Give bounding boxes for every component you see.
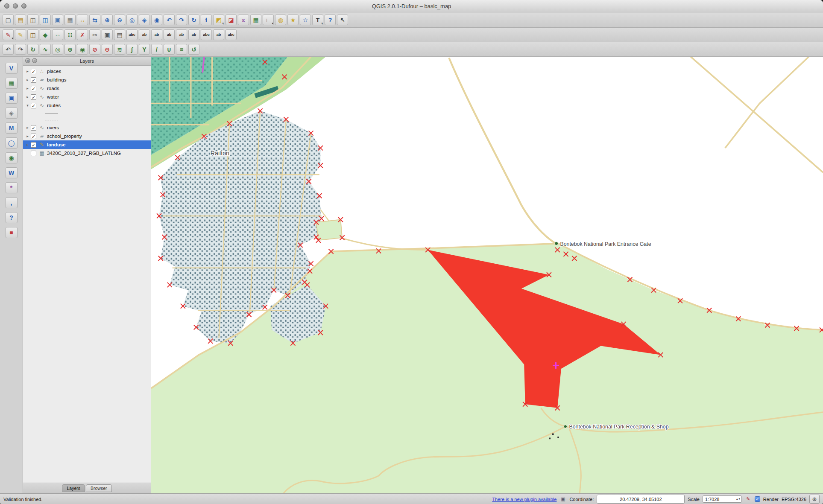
save-project-as-button[interactable]: ◫	[40, 15, 51, 25]
split-features-button[interactable]: /	[151, 44, 162, 55]
field-calculator-button[interactable]: ε	[238, 15, 249, 25]
expander-icon[interactable]: ▾	[25, 103, 30, 108]
offset-curve-button[interactable]: ≋	[114, 44, 125, 55]
plugin-icon[interactable]: ▣	[559, 496, 566, 503]
current-edits-button[interactable]: ✎▾	[3, 29, 14, 40]
layer-visibility-checkbox[interactable]: ✓	[31, 86, 36, 91]
dropdown-caret-icon[interactable]: ▾	[321, 22, 323, 25]
expander-icon[interactable]: ▸	[25, 78, 30, 82]
open-attribute-table-button[interactable]: ▦	[250, 15, 261, 25]
add-part-button[interactable]: ⊕	[64, 44, 76, 55]
close-window-button[interactable]	[4, 3, 9, 9]
expander-icon[interactable]: ▸	[25, 86, 30, 90]
add-wcs-layer-button[interactable]: ◉	[6, 152, 18, 163]
node-tool-button[interactable]: ∷	[64, 29, 76, 40]
rotate-point-symbols-button[interactable]: ↺	[188, 44, 199, 55]
add-spatialite-layer-button[interactable]: ◈	[6, 108, 18, 119]
fill-ring-button[interactable]: ◉	[77, 44, 88, 55]
delete-ring-button[interactable]: ⊘	[89, 44, 100, 55]
add-vector-layer-button[interactable]: V	[6, 63, 18, 74]
merge-features-button[interactable]: ∪	[164, 44, 175, 55]
layer-item-school_property[interactable]: ▸✓school_property	[23, 132, 151, 140]
add-mssql-layer-button[interactable]: M	[6, 122, 18, 134]
panel-float-icon[interactable]: ◦	[32, 58, 37, 63]
label-options-button[interactable]: abc	[226, 29, 237, 40]
expander-icon[interactable]: ▸	[25, 143, 30, 147]
zoom-out-button[interactable]: ⊖	[114, 15, 125, 25]
copy-features-button[interactable]: ▣	[102, 29, 113, 40]
scale-edit-icon[interactable]: ✎	[745, 496, 752, 503]
layer-visibility-checkbox[interactable]: ✓	[31, 125, 36, 131]
layer-visibility-checkbox[interactable]: ✓	[31, 103, 36, 108]
add-postgis-layer-button[interactable]: ▣	[6, 93, 18, 104]
add-ring-button[interactable]: ◎	[52, 44, 63, 55]
new-shapefile-layer-button[interactable]: *	[6, 182, 18, 193]
scale-stepper-icon[interactable]: ▲▼	[736, 498, 741, 500]
refresh-map-button[interactable]: ↻	[188, 15, 199, 25]
save-layer-edits-button[interactable]: ◫	[27, 29, 38, 40]
dropdown-caret-icon[interactable]: ▾	[12, 37, 13, 40]
whats-this-button[interactable]: ↖	[337, 15, 348, 25]
select-features-button[interactable]: ◩▾	[213, 15, 224, 25]
zoom-actual-button[interactable]: ◎	[126, 15, 138, 25]
dropdown-caret-icon[interactable]: ▾	[272, 22, 273, 25]
dropdown-caret-icon[interactable]: ▾	[222, 22, 224, 25]
redo-button[interactable]: ↷	[15, 44, 26, 55]
layer-visibility-checkbox[interactable]: ✓	[31, 69, 36, 74]
delete-selected-button[interactable]: ✗	[77, 29, 88, 40]
zoom-window-button[interactable]	[21, 3, 26, 9]
zoom-to-selection-button[interactable]: ◉	[151, 15, 162, 25]
toggle-editing-button[interactable]: ✎	[15, 29, 26, 40]
save-as-image-button[interactable]: ▣	[52, 15, 63, 25]
minimize-window-button[interactable]	[13, 3, 18, 9]
add-feature-button[interactable]: ◆	[40, 29, 51, 40]
expander-icon[interactable]: ▸	[25, 95, 30, 99]
pan-map-button[interactable]: ↔	[77, 15, 88, 25]
show-bookmarks-button[interactable]: ☆	[300, 15, 311, 25]
add-raster-layer-button[interactable]: ▦	[6, 78, 18, 89]
layer-item-places[interactable]: ▸✓places	[23, 67, 151, 76]
layer-visibility-checkbox[interactable]: ✓	[31, 77, 36, 83]
labeling-button[interactable]: abc	[126, 29, 138, 40]
label-properties-button[interactable]: abc	[201, 29, 212, 40]
rotate-feature-button[interactable]: ↻	[27, 44, 38, 55]
crs-status-button[interactable]: ⊕	[809, 495, 820, 504]
new-project-button[interactable]: ▢	[3, 15, 14, 25]
undo-button[interactable]: ↶	[3, 44, 14, 55]
cut-features-button[interactable]: ✂	[89, 29, 100, 40]
simplify-feature-button[interactable]: ∿	[40, 44, 51, 55]
label-show-hide-button[interactable]: ab	[176, 29, 187, 40]
layer-item-roads[interactable]: ▸✓roads	[23, 84, 151, 93]
tab-browser[interactable]: Browser	[86, 484, 112, 492]
save-project-button[interactable]: ◫	[27, 15, 38, 25]
delete-part-button[interactable]: ⊖	[102, 44, 113, 55]
layer-item-routes[interactable]: ▾✓routes	[23, 101, 151, 110]
add-wms-layer-button[interactable]: ◯	[6, 137, 18, 149]
layer-item-3420C_2010_327_RGB_LATLNG[interactable]: 3420C_2010_327_RGB_LATLNG	[23, 149, 151, 157]
symbology-item[interactable]	[23, 110, 151, 117]
expander-icon[interactable]: ▸	[25, 69, 30, 73]
zoom-last-button[interactable]: ↶	[164, 15, 175, 25]
render-checkbox[interactable]: ✓	[755, 496, 760, 502]
deselect-features-button[interactable]: ◪	[226, 15, 237, 25]
map-tips-button[interactable]: ◍	[275, 15, 286, 25]
symbology-item[interactable]	[23, 117, 151, 123]
layer-visibility-checkbox[interactable]: ✓	[31, 134, 36, 139]
new-bookmark-button[interactable]: ★	[287, 15, 299, 25]
new-print-composer-button[interactable]: ▦	[64, 15, 76, 25]
layer-item-rivers[interactable]: ▸✓rivers	[23, 123, 151, 132]
python-console-button[interactable]: ■	[6, 227, 18, 238]
label-rotate-button[interactable]: ab	[151, 29, 162, 40]
layer-item-water[interactable]: ▸✓water	[23, 93, 151, 101]
open-project-button[interactable]: ▤	[15, 15, 26, 25]
zoom-in-button[interactable]: ⊕	[102, 15, 113, 25]
add-oracle-layer-button[interactable]: ?	[6, 212, 18, 223]
reshape-features-button[interactable]: ∫	[126, 44, 138, 55]
map-canvas[interactable]: Railton Bontebok National Park Entrance …	[151, 57, 823, 493]
help-button[interactable]: ?	[325, 15, 336, 25]
label-pin-button[interactable]: ab	[164, 29, 175, 40]
move-feature-button[interactable]: ⇔	[52, 29, 63, 40]
layer-visibility-checkbox[interactable]: ✓	[31, 142, 36, 148]
merge-attributes-button[interactable]: ≡	[176, 44, 187, 55]
label-diagram-button[interactable]: ab	[213, 29, 224, 40]
